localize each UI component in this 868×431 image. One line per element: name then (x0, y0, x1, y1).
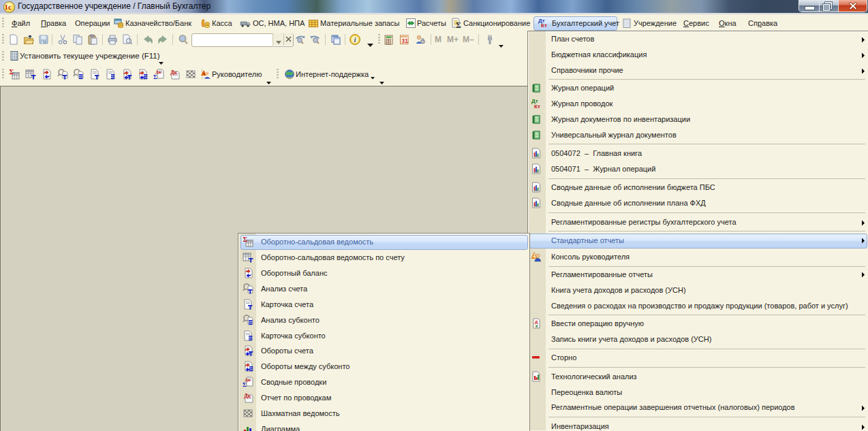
svg-text:31: 31 (401, 37, 408, 44)
svg-text:Σ: Σ (243, 236, 248, 243)
svg-text:Σ: Σ (153, 74, 157, 80)
svg-text:К: К (536, 324, 538, 328)
svg-text:Σ: Σ (10, 69, 14, 76)
svg-text:Дк: Дк (244, 393, 251, 399)
svg-text:Дк: Дк (170, 69, 178, 76)
svg-text:Σ: Σ (456, 20, 461, 29)
svg-text:Кт: Кт (534, 103, 540, 109)
svg-text:Кт: Кт (541, 22, 547, 28)
svg-text:Σ: Σ (243, 381, 247, 387)
